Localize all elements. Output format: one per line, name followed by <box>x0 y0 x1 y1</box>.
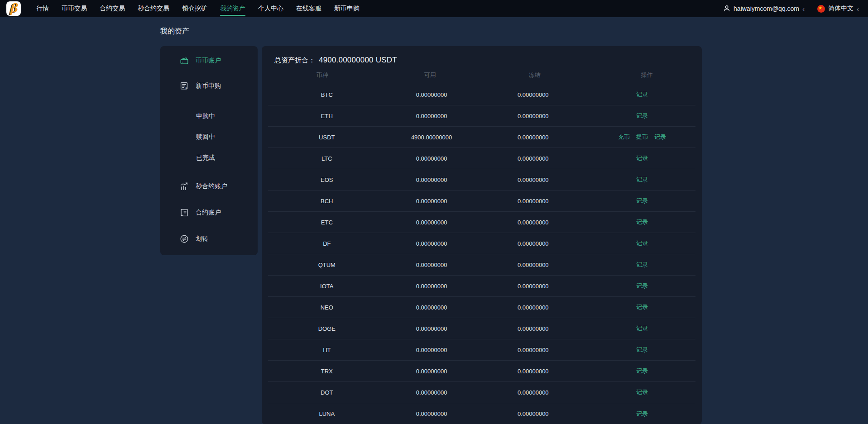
coin-symbol: ETC <box>268 219 386 226</box>
coin-symbol: IOTA <box>268 283 386 290</box>
action-record-link[interactable]: 记录 <box>636 218 648 226</box>
table-row: DF 0.00000000 0.00000000 记录 <box>268 233 695 254</box>
row-actions: 记录 <box>589 197 695 205</box>
col-header-actions: 操作 <box>592 71 702 79</box>
table-row: IOTA 0.00000000 0.00000000 记录 <box>268 276 695 297</box>
row-actions: 记录 <box>589 346 695 354</box>
sidebar-item-new-coin-subscribe[interactable]: ¥ 新币申购 <box>160 76 258 96</box>
coin-symbol: QTUM <box>268 262 386 268</box>
action-deposit-link[interactable]: 充币 <box>618 133 630 141</box>
coin-symbol: LUNA <box>268 410 386 417</box>
action-record-link[interactable]: 记录 <box>636 197 648 205</box>
action-record-link[interactable]: 记录 <box>636 410 648 418</box>
coin-symbol: BTC <box>268 91 386 98</box>
action-record-link[interactable]: 记录 <box>654 133 666 141</box>
row-actions: 记录 <box>589 410 695 418</box>
table-row: USDT 4900.00000000 0.00000000 充币提币记录 <box>268 127 695 148</box>
table-row: LTC 0.00000000 0.00000000 记录 <box>268 148 695 169</box>
language-label: 简体中文 <box>828 5 854 13</box>
nav-item-6[interactable]: 我的资产 <box>220 0 245 17</box>
frozen-balance: 0.00000000 <box>478 155 589 162</box>
action-record-link[interactable]: 记录 <box>636 282 648 290</box>
table-header-row: 币种 可用 冻结 操作 <box>262 66 702 84</box>
sidebar-item-second-contract-account[interactable]: 秒合约账户 <box>160 176 258 196</box>
coin-symbol: DOT <box>268 389 386 396</box>
chevron-icon: ‹ <box>857 5 859 12</box>
action-record-link[interactable]: 记录 <box>636 239 648 248</box>
action-withdraw-link[interactable]: 提币 <box>636 133 648 141</box>
table-row: ETC 0.00000000 0.00000000 记录 <box>268 212 695 233</box>
table-row: EOS 0.00000000 0.00000000 记录 <box>268 169 695 191</box>
frozen-balance: 0.00000000 <box>478 262 589 268</box>
row-actions: 记录 <box>589 261 695 269</box>
frozen-balance: 0.00000000 <box>478 410 589 417</box>
sidebar-subitem-completed[interactable]: 已完成 <box>160 148 258 168</box>
nav-item-8[interactable]: 在线客服 <box>296 0 321 17</box>
available-balance: 0.00000000 <box>386 155 478 162</box>
action-record-link[interactable]: 记录 <box>636 91 648 99</box>
action-record-link[interactable]: 记录 <box>636 367 648 375</box>
table-row: BTC 0.00000000 0.00000000 记录 <box>268 84 695 105</box>
frozen-balance: 0.00000000 <box>478 91 589 98</box>
action-record-link[interactable]: 记录 <box>636 112 648 120</box>
coin-symbol: USDT <box>268 134 386 141</box>
table-row: LUNA 0.00000000 0.00000000 记录 <box>268 403 695 424</box>
sidebar-subitem-redeeming[interactable]: 赎回中 <box>160 127 258 148</box>
available-balance: 0.00000000 <box>386 283 478 290</box>
action-record-link[interactable]: 记录 <box>636 154 648 162</box>
table-row: QTUM 0.00000000 0.00000000 记录 <box>268 254 695 276</box>
assets-panel: 总资产折合： 4900.00000000 USDT 币种 可用 冻结 操作 BT… <box>262 46 702 424</box>
assets-sidebar: 币币账户 ¥ 新币申购 申购中 赎回中 <box>160 46 258 255</box>
brand-logo[interactable]: β <box>6 1 21 16</box>
action-record-link[interactable]: 记录 <box>636 176 648 184</box>
row-actions: 记录 <box>589 154 695 162</box>
sidebar-item-label: 秒合约账户 <box>196 182 227 191</box>
sidebar-item-contract-account[interactable]: 合约账户 <box>160 203 258 223</box>
coin-symbol: HT <box>268 347 386 353</box>
table-body: BTC 0.00000000 0.00000000 记录 ETH 0.00000… <box>262 84 702 424</box>
nav-item-5[interactable]: 锁仓挖矿 <box>182 0 207 17</box>
frozen-balance: 0.00000000 <box>478 389 589 396</box>
action-record-link[interactable]: 记录 <box>636 388 648 396</box>
sidebar-item-transfer[interactable]: 划转 <box>160 229 258 249</box>
frozen-balance: 0.00000000 <box>478 198 589 205</box>
action-record-link[interactable]: 记录 <box>636 346 648 354</box>
action-record-link[interactable]: 记录 <box>636 324 648 333</box>
total-assets-header: 总资产折合： 4900.00000000 USDT <box>262 54 702 66</box>
row-actions: 记录 <box>589 176 695 184</box>
nav-item-4[interactable]: 秒合约交易 <box>138 0 169 17</box>
nav-item-7[interactable]: 个人中心 <box>258 0 283 17</box>
frozen-balance: 0.00000000 <box>478 283 589 290</box>
nav-item-2[interactable]: 币币交易 <box>62 0 87 17</box>
assets-table: 币种 可用 冻结 操作 BTC 0.00000000 0.00000000 记录… <box>262 66 702 424</box>
user-account-dropdown[interactable]: haiwaiymcom@qq.com ‹ <box>723 5 805 12</box>
available-balance: 0.00000000 <box>386 368 478 375</box>
nav-item-3[interactable]: 合约交易 <box>100 0 125 17</box>
row-actions: 记录 <box>589 388 695 396</box>
row-actions: 记录 <box>589 367 695 375</box>
available-balance: 4900.00000000 <box>386 134 478 141</box>
action-record-link[interactable]: 记录 <box>636 261 648 269</box>
frozen-balance: 0.00000000 <box>478 219 589 226</box>
available-balance: 0.00000000 <box>386 347 478 353</box>
coin-symbol: DF <box>268 240 386 247</box>
available-balance: 0.00000000 <box>386 91 478 98</box>
available-balance: 0.00000000 <box>386 304 478 311</box>
language-selector[interactable]: ★ 简体中文 ‹ <box>817 5 859 13</box>
sidebar-subitem-subscribing[interactable]: 申购中 <box>160 106 258 127</box>
sidebar-item-label: 合约账户 <box>196 209 221 217</box>
main-nav: 行情 币币交易 合约交易 秒合约交易 锁仓挖矿 我的资产 个人中心 在线客服 新… <box>36 0 360 17</box>
wallet-icon <box>179 56 189 66</box>
frozen-balance: 0.00000000 <box>478 368 589 375</box>
nav-item-1[interactable]: 行情 <box>36 0 49 17</box>
sidebar-item-label: 币币账户 <box>196 57 221 65</box>
table-row: DOT 0.00000000 0.00000000 记录 <box>268 382 695 403</box>
available-balance: 0.00000000 <box>386 325 478 332</box>
action-record-link[interactable]: 记录 <box>636 303 648 311</box>
page-body: 我的资产 币币账户 <box>0 17 868 424</box>
sidebar-item-label: 划转 <box>196 235 208 243</box>
sidebar-item-spot-account[interactable]: 币币账户 <box>160 51 258 71</box>
row-actions: 充币提币记录 <box>589 133 695 141</box>
nav-item-9[interactable]: 新币申购 <box>334 0 360 17</box>
transfer-arrows-icon <box>179 234 189 244</box>
